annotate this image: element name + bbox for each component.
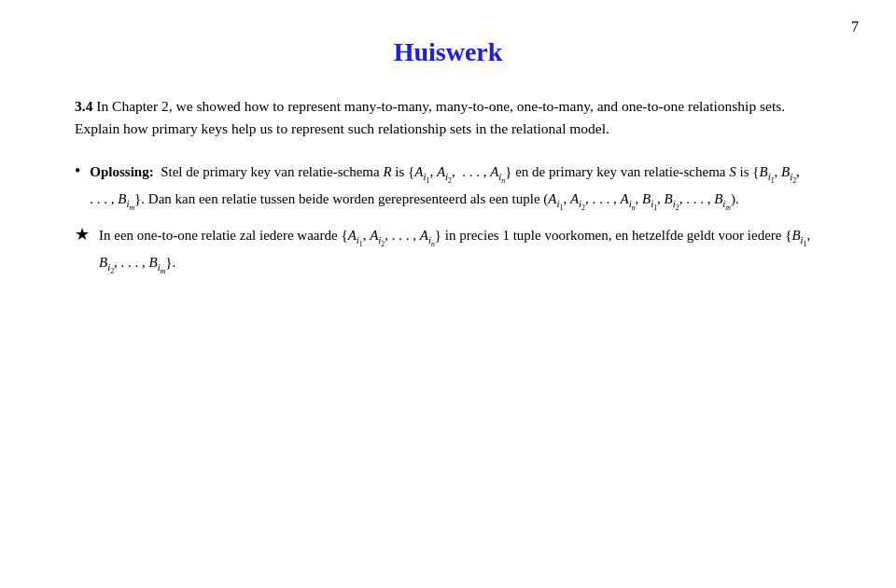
bullet-icon: •	[75, 161, 80, 182]
oplossing-block: • Oplossing: Stel de primary key van rel…	[75, 161, 821, 278]
problem-number: 3.4	[75, 98, 92, 114]
math-S: S	[729, 164, 736, 179]
oplossing-text: Stel de primary key van relatie-schema R…	[90, 164, 800, 206]
page-number: 7	[851, 19, 859, 35]
page-title: Huiswerk	[75, 37, 821, 67]
star-content: In een one-to-one relatie zal iedere waa…	[99, 224, 821, 278]
problem-statement: 3.4 In Chapter 2, we showed how to repre…	[75, 95, 821, 140]
star-icon: ★	[75, 224, 90, 245]
problem-text: In Chapter 2, we showed how to represent…	[75, 98, 785, 136]
oplossing-label: Oplossing:	[90, 164, 153, 179]
page: 7 Huiswerk 3.4 In Chapter 2, we showed h…	[0, 0, 896, 588]
oplossing-bullet: • Oplossing: Stel de primary key van rel…	[75, 161, 821, 215]
oplossing-content: Oplossing: Stel de primary key van relat…	[90, 161, 821, 215]
star-bullet-block: ★ In een one-to-one relatie zal iedere w…	[75, 224, 821, 278]
math-R: R	[383, 164, 391, 179]
star-text: In een one-to-one relatie zal iedere waa…	[99, 228, 810, 270]
